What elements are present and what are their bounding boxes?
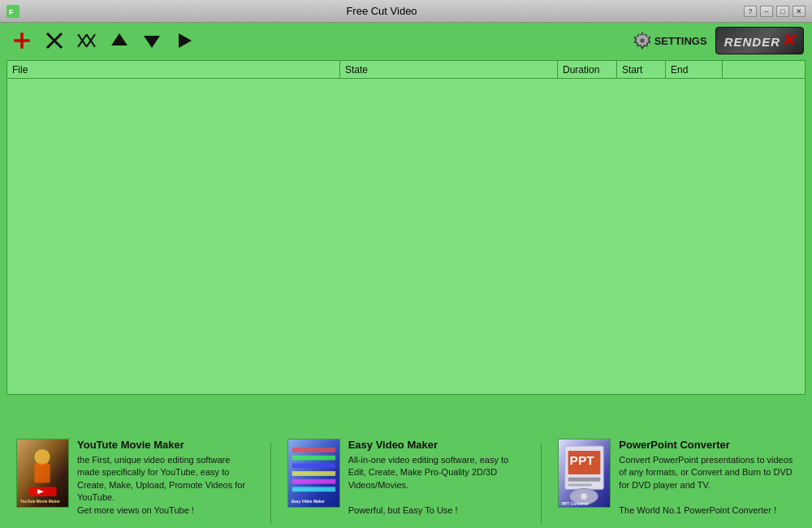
- svg-marker-12: [179, 33, 192, 48]
- help-button[interactable]: ?: [744, 6, 757, 17]
- promo-youtube-desc: the First, unique video editing software…: [77, 454, 254, 517]
- promo-ppt: PPT PPT Converter PowerPoint Converter C…: [558, 439, 796, 517]
- svg-marker-10: [111, 33, 127, 45]
- promo-evm-text: Easy Video Maker All-in-one video editin…: [348, 439, 525, 517]
- file-table: File State Duration Start End: [6, 60, 806, 395]
- promo-youtube-image[interactable]: YouTute Movie Maker: [16, 439, 69, 508]
- col-header-start: Start: [617, 61, 666, 78]
- promo-evm-title: Easy Video Maker: [348, 439, 525, 451]
- svg-marker-11: [144, 36, 160, 48]
- svg-point-16: [34, 449, 50, 465]
- restore-button[interactable]: □: [776, 6, 789, 17]
- svg-rect-34: [568, 484, 592, 487]
- svg-point-36: [581, 493, 587, 500]
- remove-file-button[interactable]: [41, 27, 68, 54]
- col-header-state: State: [340, 61, 558, 78]
- promo-ppt-image[interactable]: PPT PPT Converter: [558, 439, 611, 508]
- svg-rect-33: [568, 478, 601, 482]
- promo-divider-2: [541, 443, 542, 524]
- svg-text:PPT Converter: PPT Converter: [562, 502, 590, 506]
- titlebar: F Free Cut Video ? – □ ✕: [0, 0, 812, 23]
- toolbar-right: SETTINGS RENDER✕: [633, 27, 804, 54]
- promo-divider-1: [270, 443, 271, 524]
- promo-evm: Easy Video Maker Easy Video Maker All-in…: [287, 439, 525, 517]
- svg-text:YouTute Movie Maker: YouTute Movie Maker: [20, 500, 60, 504]
- svg-point-14: [640, 38, 645, 43]
- col-header-file: File: [7, 61, 340, 78]
- svg-rect-25: [292, 471, 335, 476]
- move-down-button[interactable]: [138, 27, 166, 54]
- svg-rect-22: [292, 448, 335, 452]
- svg-text:PPT: PPT: [570, 453, 595, 467]
- svg-rect-23: [292, 456, 335, 461]
- promo-youtube-text: YouTute Movie Maker the First, unique vi…: [77, 439, 254, 517]
- table-header: File State Duration Start End: [7, 61, 805, 79]
- promo-ppt-text: PowerPoint Converter Convert PowerPoint …: [619, 439, 796, 517]
- promo-ppt-title: PowerPoint Converter: [619, 439, 796, 451]
- move-up-button[interactable]: [106, 27, 133, 54]
- remove-all-button[interactable]: [73, 27, 101, 54]
- settings-button[interactable]: SETTINGS: [633, 32, 707, 50]
- svg-text:Easy Video Maker: Easy Video Maker: [292, 500, 325, 504]
- render-label: RENDER✕: [724, 30, 795, 51]
- window-controls: ? – □ ✕: [744, 6, 806, 17]
- promo-evm-image[interactable]: Easy Video Maker: [287, 439, 340, 508]
- svg-rect-24: [292, 463, 335, 468]
- col-header-end: End: [666, 61, 723, 78]
- col-header-duration: Duration: [558, 61, 617, 78]
- settings-label: SETTINGS: [654, 35, 707, 47]
- add-file-button[interactable]: [8, 27, 36, 54]
- table-body: [7, 79, 805, 394]
- close-button[interactable]: ✕: [793, 6, 806, 17]
- app-icon: F: [6, 5, 19, 18]
- promo-ppt-desc: Convert PowerPoint presentations to vide…: [619, 454, 796, 517]
- svg-text:F: F: [9, 8, 14, 16]
- promo-evm-desc: All-in-one video editing software, easy …: [348, 454, 525, 517]
- svg-rect-17: [34, 463, 50, 483]
- promo-youtube-title: YouTute Movie Maker: [77, 439, 254, 451]
- render-button[interactable]: RENDER✕: [715, 27, 804, 54]
- minimize-button[interactable]: –: [760, 6, 773, 17]
- svg-rect-26: [292, 479, 335, 484]
- window-title: Free Cut Video: [346, 5, 417, 17]
- promo-section: YouTute Movie Maker YouTute Movie Maker …: [0, 431, 812, 528]
- svg-rect-27: [292, 487, 335, 491]
- play-button[interactable]: [171, 27, 198, 54]
- promo-youtube: YouTute Movie Maker YouTute Movie Maker …: [16, 439, 254, 517]
- toolbar: SETTINGS RENDER✕: [0, 23, 812, 58]
